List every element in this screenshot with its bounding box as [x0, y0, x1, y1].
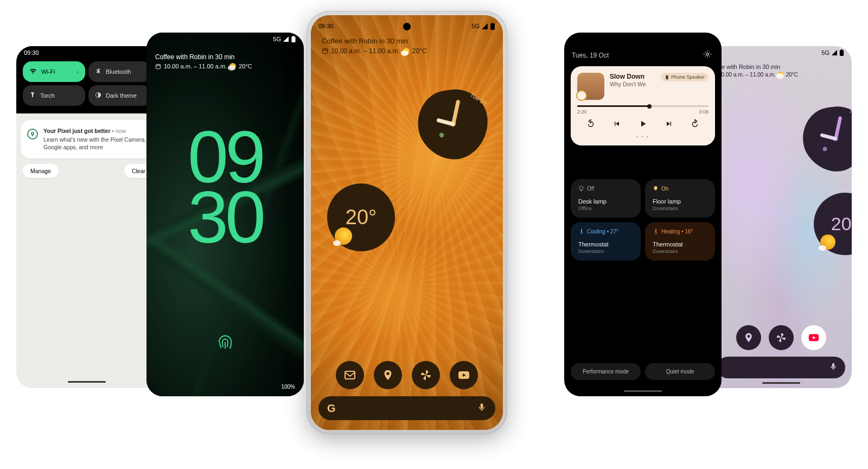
wifi-icon — [29, 67, 37, 76]
performance-mode-button[interactable]: Performance mode — [571, 363, 641, 380]
at-a-glance[interactable]: ee with Robin in 30 min 10.00 a.m. – 11.… — [718, 64, 844, 78]
tile-desk-lamp[interactable]: Off Desk lamp Office — [571, 179, 641, 218]
svg-rect-13 — [481, 403, 483, 408]
svg-rect-3 — [156, 64, 160, 68]
bluetooth-icon — [95, 68, 101, 75]
weather-widget[interactable]: 20° — [814, 193, 852, 255]
phone-homescreen-orchid: 5G ee with Robin in 30 min 10.00 a.m. – … — [711, 46, 852, 388]
media-card[interactable]: Slow Down Why Don't We Phone Speaker 2:2… — [571, 66, 715, 145]
maps-icon[interactable] — [736, 325, 761, 350]
qs-darktheme-tile[interactable]: Dark theme — [88, 85, 151, 106]
phone-homescreen: 09:30 5G Coffee with Robin in 30 min 10.… — [311, 15, 503, 430]
media-total: 3:08 — [699, 109, 709, 115]
torch-icon — [29, 92, 36, 99]
battery-icon — [291, 36, 296, 42]
phone-home-controls: Tues, 19 Oct Slow Down Why Don't We Phon… — [564, 33, 722, 396]
svg-rect-15 — [666, 75, 668, 79]
manage-button[interactable]: Manage — [23, 164, 59, 178]
search-bar[interactable]: G — [318, 396, 495, 420]
qs-wifi-tile[interactable]: Wi-Fi › — [23, 61, 85, 82]
weather-icon — [778, 72, 784, 78]
weather-sun-icon — [335, 227, 352, 245]
weather-widget[interactable]: 20° — [327, 183, 395, 251]
status-network: 5G — [821, 49, 829, 56]
qs-torch-label: Torch — [40, 92, 55, 99]
photos-icon[interactable] — [769, 325, 794, 350]
photos-icon[interactable] — [412, 361, 440, 389]
status-time: 09:30 — [24, 49, 39, 56]
event-title: Coffee with Robin in 30 min — [155, 53, 295, 61]
youtube-icon[interactable] — [450, 361, 478, 389]
weather-icon — [229, 63, 236, 69]
qs-bluetooth-tile[interactable]: Bluetooth — [88, 61, 151, 82]
nav-handle[interactable] — [624, 390, 662, 392]
notification-card[interactable]: Your Pixel just got better • now Learn w… — [21, 120, 153, 159]
event-time: 10.00 a.m. – 11.00 a.m. — [331, 47, 400, 55]
tile-thermostat-cool[interactable]: Cooling • 27° Thermostat Downstairs — [571, 222, 641, 261]
play-icon[interactable] — [638, 119, 648, 131]
media-title: Slow Down — [610, 73, 655, 80]
prev-icon[interactable] — [612, 119, 621, 130]
qs-torch-tile[interactable]: Torch — [23, 85, 85, 106]
svg-rect-5 — [492, 23, 494, 24]
calendar-icon — [155, 64, 161, 69]
svg-rect-4 — [490, 23, 495, 30]
media-controls — [577, 119, 709, 131]
gear-icon[interactable] — [703, 50, 712, 60]
app-dock — [311, 361, 503, 389]
svg-rect-6 — [323, 49, 328, 54]
app-dock — [711, 325, 852, 350]
lockscreen-clock: 0930 — [188, 128, 263, 248]
search-bar[interactable] — [717, 357, 845, 378]
event-time: 10.00 a.m. – 11.00 a.m. — [718, 72, 776, 78]
qs-darktheme-label: Dark theme — [106, 92, 137, 99]
notification-app-icon — [27, 129, 38, 140]
thermometer-icon — [653, 229, 659, 234]
calendar-icon — [322, 48, 328, 54]
mode-bar: Performance mode Quiet mode — [571, 363, 715, 380]
event-title: Coffee with Robin in 30 min — [322, 37, 492, 45]
phone-quick-settings: 09:30 5 Wi-Fi › Bluetooth Torch Dark the… — [16, 46, 157, 388]
status-bar: 5G — [711, 46, 852, 59]
maps-icon[interactable] — [374, 361, 402, 389]
clock-widget[interactable]: Tue 19 — [415, 86, 491, 162]
upcoming-event: Coffee with Robin in 30 min 10.00 a.m. –… — [155, 53, 295, 69]
notification-area: Your Pixel just got better • now Learn w… — [16, 113, 157, 185]
signal-icon — [831, 49, 838, 56]
quiet-mode-button[interactable]: Quiet mode — [645, 363, 715, 380]
svg-rect-1 — [291, 36, 295, 42]
tile-thermostat-heat[interactable]: Heating • 16° Thermostat Downstairs — [645, 222, 715, 261]
svg-rect-23 — [832, 363, 834, 367]
signal-icon — [481, 23, 488, 30]
weather-temp: 20° — [346, 206, 376, 229]
google-logo: G — [327, 402, 336, 415]
camera-notch — [403, 23, 411, 30]
forward-icon[interactable] — [690, 119, 700, 131]
weather-temp: 20° — [831, 213, 852, 234]
battery-icon — [839, 49, 844, 56]
media-device-chip[interactable]: Phone Speaker — [661, 73, 709, 81]
home-date: Tues, 19 Oct — [572, 52, 609, 59]
svg-point-14 — [706, 53, 709, 55]
media-progress[interactable]: 2:203:08 — [577, 105, 709, 115]
media-elapsed: 2:20 — [577, 109, 587, 115]
page-indicator: • • • — [577, 134, 709, 139]
rewind-icon[interactable] — [586, 119, 596, 131]
svg-rect-2 — [293, 36, 294, 37]
fingerprint-icon[interactable] — [217, 334, 233, 353]
mic-icon[interactable] — [477, 402, 487, 414]
nav-handle[interactable] — [762, 382, 800, 384]
media-artist: Why Don't We — [610, 81, 655, 87]
next-icon[interactable] — [665, 119, 673, 130]
gmail-icon[interactable] — [336, 361, 364, 389]
youtube-icon[interactable] — [801, 325, 826, 350]
nav-handle[interactable] — [68, 381, 106, 383]
album-art — [577, 73, 604, 100]
status-time: 09:30 — [318, 23, 334, 29]
tile-floor-lamp[interactable]: On Floor lamp Downstairs — [645, 179, 715, 218]
status-bar: 09:30 5 — [16, 46, 157, 59]
weather-sun-icon — [820, 234, 835, 250]
clock-widget[interactable]: Tue 19 — [800, 103, 852, 174]
mic-icon[interactable] — [829, 362, 838, 373]
at-a-glance[interactable]: Coffee with Robin in 30 min 10.00 a.m. –… — [322, 37, 492, 55]
